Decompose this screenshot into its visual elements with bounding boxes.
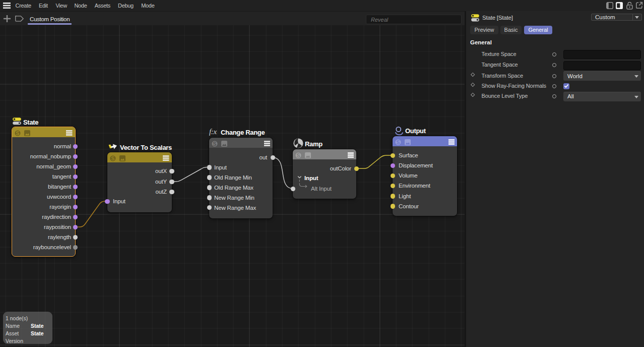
svg-text:S: S — [296, 152, 300, 158]
svg-text:S: S — [213, 141, 216, 147]
svg-text:S: S — [396, 139, 400, 145]
svg-text:S: S — [111, 155, 114, 161]
svg-text:S: S — [16, 130, 19, 136]
